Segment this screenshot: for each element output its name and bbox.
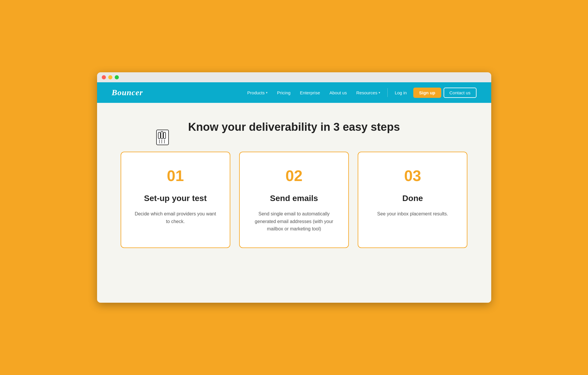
step-title-1: Set-up your test xyxy=(144,193,207,203)
step-card-3: 03 Done See your inbox placement results… xyxy=(358,152,467,248)
navbar: Bouncer Products ▾ Pricing Enterprise xyxy=(97,82,491,103)
browser-chrome xyxy=(97,72,491,82)
step-title-3: Done xyxy=(402,193,423,203)
step-card-2: 02 Send emails Send single email to auto… xyxy=(239,152,349,248)
maximize-dot[interactable] xyxy=(115,75,119,79)
step-title-2: Send emails xyxy=(270,193,318,203)
nav-products[interactable]: Products ▾ xyxy=(243,88,272,98)
close-dot[interactable] xyxy=(102,75,106,79)
nav-links: Products ▾ Pricing Enterprise About us xyxy=(243,88,384,98)
steps-container: 01 Set-up your test Decide which email p… xyxy=(121,152,468,248)
site-logo[interactable]: Bouncer xyxy=(112,88,143,97)
products-chevron-icon: ▾ xyxy=(266,91,268,95)
step-card-1: 01 Set-up your test Decide which email p… xyxy=(121,152,230,248)
nav-about[interactable]: About us xyxy=(325,88,351,98)
step-description-2: Send single email to automatically gener… xyxy=(251,210,337,233)
step-description-1: Decide which email providers you want to… xyxy=(133,210,218,225)
resources-chevron-icon: ▾ xyxy=(379,91,380,95)
nav-pricing[interactable]: Pricing xyxy=(273,88,295,98)
step-description-3: See your inbox placement results. xyxy=(377,210,448,218)
browser-window: Bouncer Products ▾ Pricing Enterprise xyxy=(97,72,491,303)
nav-resources[interactable]: Resources ▾ xyxy=(352,88,384,98)
nav-divider xyxy=(387,88,388,97)
signup-button[interactable]: Sign up xyxy=(413,88,441,98)
step-number-1: 01 xyxy=(167,167,184,185)
nav-enterprise[interactable]: Enterprise xyxy=(296,88,324,98)
login-button[interactable]: Log in xyxy=(391,88,411,98)
main-content: Know your deliverability in 3 easy steps… xyxy=(97,103,491,303)
contact-button[interactable]: Contact us xyxy=(444,88,477,98)
minimize-dot[interactable] xyxy=(108,75,112,79)
step-number-3: 03 xyxy=(404,167,421,185)
page-heading: Know your deliverability in 3 easy steps xyxy=(121,120,468,134)
step-number-2: 02 xyxy=(286,167,303,185)
